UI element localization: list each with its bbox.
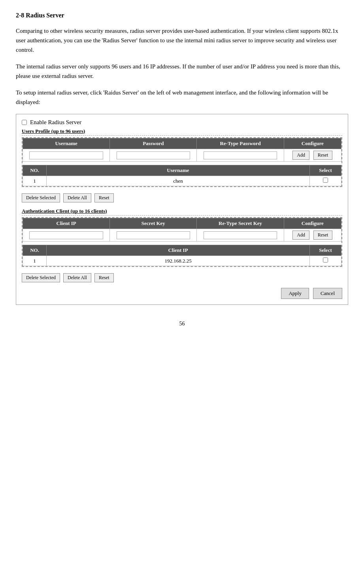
users-col-retype: Re-Type Password [197,138,284,149]
page-title: 2-8 Radius Server [16,12,348,19]
table-row: 1 chen [23,176,341,186]
secret-key-input[interactable] [117,231,190,239]
retype-password-input[interactable] [204,151,277,159]
paragraph-2: The internal radius server only supports… [16,62,348,81]
auth-list-col-no: NO. [23,245,47,256]
table-row: 1 192.168.2.25 [23,256,341,266]
auth-add-button[interactable]: Add [292,231,309,240]
auth-col-secretkey: Secret Key [110,218,197,229]
users-profile-title: Users Profile (up to 96 users) [22,128,342,136]
users-list-table: NO. Username Select 1 chen [23,165,341,186]
auth-col-clientip: Client IP [23,218,110,229]
auth-col-retype: Re-Type Secret Key [197,218,284,229]
password-input[interactable] [117,151,190,159]
page-number: 56 [16,321,348,327]
auth-list-row-select [310,256,341,266]
auth-input-table: Client IP Secret Key Re-Type Secret Key … [23,218,341,242]
auth-list-row-clientip: 192.168.2.25 [47,256,310,266]
auth-row-checkbox[interactable] [323,257,328,263]
users-reset-button[interactable]: Reset [313,151,333,160]
paragraph-3: To setup internal radius server, click '… [16,88,348,107]
auth-action-row: Delete Selected Delete All Reset [22,270,342,284]
auth-list-table: NO. Client IP Select 1 192.168.2.25 [23,245,341,266]
auth-client-title: Authentication Client (up to 16 clients) [22,208,342,216]
users-list-col-select: Select [310,165,341,176]
users-col-password: Password [110,138,197,149]
enable-label: Enable Radius Server [30,119,81,126]
auth-list-row-no: 1 [23,256,47,266]
auth-input-row: Add Reset [23,229,341,242]
auth-reset-button[interactable]: Reset [313,231,333,240]
users-list-row-username: chen [47,176,310,186]
cancel-button[interactable]: Cancel [313,288,342,299]
users-input-row: Add Reset [23,149,341,162]
users-action-row: Delete Selected Delete All Reset [22,190,342,204]
auth-delete-all-button[interactable]: Delete All [63,273,91,282]
users-dashed-section: Username Password Re-Type Password Confi… [22,137,342,187]
auth-list-col-clientip: Client IP [47,245,310,256]
paragraph-1: Comparing to other wireless security mea… [16,26,348,55]
users-delete-selected-button[interactable]: Delete Selected [22,193,60,202]
users-list-row-select [310,176,341,186]
retype-secret-input[interactable] [204,231,277,239]
auth-list-col-select: Select [310,245,341,256]
bottom-button-row: Apply Cancel [22,284,342,299]
auth-dashed-section: Client IP Secret Key Re-Type Secret Key … [22,217,342,267]
users-profile-section: Users Profile (up to 96 users) Username … [22,128,342,204]
username-input[interactable] [29,151,103,159]
users-col-username: Username [23,138,110,149]
auth-delete-selected-button[interactable]: Delete Selected [22,273,60,282]
client-ip-input[interactable] [29,231,103,239]
users-list-col-no: NO. [23,165,47,176]
auth-client-section: Authentication Client (up to 16 clients)… [22,208,342,284]
users-input-table: Username Password Re-Type Password Confi… [23,138,341,162]
users-reset-list-button[interactable]: Reset [94,193,114,202]
users-row-checkbox[interactable] [323,178,328,183]
users-delete-all-button[interactable]: Delete All [63,193,91,202]
users-add-button[interactable]: Add [292,151,309,160]
radius-server-ui: Enable Radius Server Users Profile (up t… [16,114,348,305]
apply-button[interactable]: Apply [281,288,309,299]
users-list-col-username: Username [47,165,310,176]
users-col-configure: Configure [284,138,341,149]
auth-reset-list-button[interactable]: Reset [94,273,114,282]
auth-col-configure: Configure [284,218,341,229]
users-list-row-no: 1 [23,176,47,186]
enable-checkbox[interactable] [22,120,27,125]
enable-row: Enable Radius Server [22,119,342,126]
